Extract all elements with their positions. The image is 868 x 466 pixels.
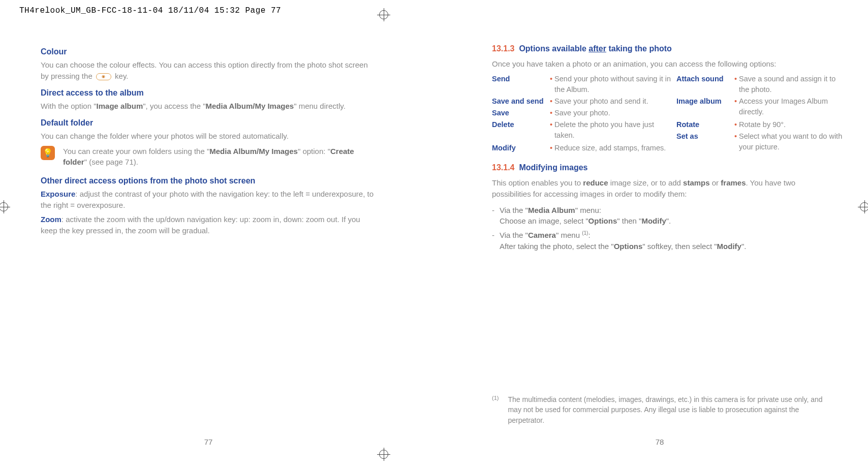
tip-lightbulb-icon: 💡 [41, 146, 55, 160]
para-default-folder: You can change the folder where your pho… [41, 131, 376, 142]
tip-text: You can create your own folders using th… [63, 146, 376, 168]
opt-album-desc: •Access your Images Album directly. [734, 96, 846, 118]
para-exposure: Exposure: adjust the contrast of your ph… [41, 189, 376, 211]
opt-rotate-desc: •Rotate by 90°. [734, 119, 846, 130]
section-13-1-4-title: 13.1.4 Modifying images [492, 162, 827, 173]
para-colour: You can choose the colour effects. You c… [41, 59, 376, 82]
opt-setas-desc: •Select what you want to do with your pi… [734, 131, 846, 153]
opt-send: Send [492, 74, 548, 95]
registration-mark-top [377, 8, 390, 21]
options-table: Send •Send your photo without saving it … [492, 74, 827, 153]
page-spread: Colour You can choose the colour effects… [41, 41, 827, 451]
opt-save: Save [492, 108, 548, 118]
print-slug: TH4relook_UM_GB-FCC-18-11-04 18/11/04 15… [19, 5, 281, 17]
tip-row: 💡 You can create your own folders using … [41, 146, 376, 170]
opt-delete-desc: •Delete the photo you have just taken. [550, 119, 674, 142]
page-78: 13.1.3 Options available after taking th… [492, 41, 827, 451]
camera-key-icon: ◉ [96, 73, 111, 80]
heading-colour: Colour [41, 46, 376, 57]
opt-modify: Modify [492, 143, 548, 153]
para-options-intro: Once you have taken a photo or an animat… [492, 58, 827, 70]
para-modifying-intro: This option enables you to reduce image … [492, 177, 827, 200]
opt-attach: Attach sound [676, 74, 732, 95]
section-13-1-3-title: 13.1.3 Options available after taking th… [492, 43, 827, 54]
page-number-right: 78 [492, 437, 827, 448]
opt-album: Image album [676, 96, 732, 107]
opt-rotate: Rotate [676, 119, 732, 130]
opt-delete: Delete [492, 119, 548, 130]
page-number-left: 77 [41, 437, 376, 448]
heading-direct-access: Direct access to the album [41, 87, 376, 99]
list-item-media-album: - Via the "Media Album" menu: Choose an … [492, 205, 827, 227]
opt-modify-desc: •Reduce size, add stamps, frames. [550, 143, 674, 153]
opt-savesend: Save and send [492, 96, 548, 107]
para-direct-access: With the option "Image album", you acces… [41, 101, 376, 112]
registration-mark-left [0, 200, 10, 213]
footnote: (1) The multimedia content (melodies, im… [492, 394, 827, 425]
opt-save-desc: •Save your photo. [550, 108, 674, 118]
opt-savesend-desc: •Save your photo and send it. [550, 96, 674, 107]
para-zoom: Zoom: activate the zoom with the up/down… [41, 214, 376, 236]
list-item-camera: - Via the "Camera" menu (1): After takin… [492, 230, 827, 252]
page-77: Colour You can choose the colour effects… [41, 41, 376, 451]
opt-attach-desc: •Save a sound and assign it to the photo… [734, 74, 846, 95]
heading-default-folder: Default folder [41, 117, 376, 129]
registration-mark-right [858, 200, 868, 213]
opt-setas: Set as [676, 131, 732, 142]
opt-send-desc: •Send your photo without saving it in th… [550, 74, 674, 95]
heading-other-options: Other direct access options from the pho… [41, 175, 376, 187]
